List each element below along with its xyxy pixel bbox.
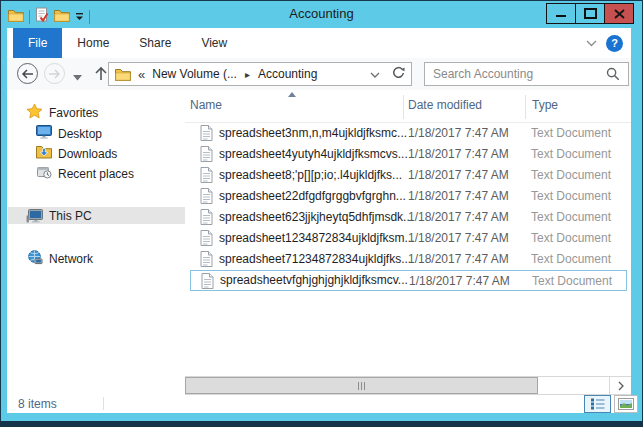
file-type: Text Document [532, 274, 612, 288]
text-document-icon [200, 230, 213, 249]
file-type: Text Document [531, 252, 611, 266]
horizontal-scrollbar[interactable] [185, 376, 631, 395]
file-name: spreadsheetvfghjghjghjkldjfksmcv... [220, 273, 408, 287]
up-button[interactable] [94, 65, 108, 84]
address-box[interactable]: « New Volume (... ▸ Accounting [108, 62, 412, 86]
file-row[interactable]: spreadsheet71234872834ujkldjfks... 1/18/… [190, 249, 627, 270]
breadcrumb-separator-icon[interactable]: ▸ [245, 69, 250, 80]
address-bar-row: « New Volume (... ▸ Accounting [7, 58, 631, 90]
sidebar-item-desktop[interactable]: Desktop [36, 125, 102, 142]
sidebar-item-this-pc[interactable]: This PC [8, 207, 185, 224]
search-input[interactable] [433, 67, 583, 81]
search-icon[interactable] [606, 67, 620, 81]
text-document-icon [200, 125, 213, 144]
text-document-icon [200, 146, 213, 165]
sidebar-item-network[interactable]: Network [26, 250, 93, 267]
sidebar-item-label: Desktop [58, 127, 102, 141]
help-icon: ? [611, 37, 618, 49]
maximize-button[interactable] [575, 3, 605, 24]
scrollbar-grip [358, 382, 359, 390]
address-dropdown-icon[interactable] [370, 67, 380, 81]
column-separator[interactable] [403, 95, 404, 119]
ribbon-tab-bar: File Home Share View ? [7, 28, 631, 58]
tab-file[interactable]: File [13, 28, 62, 58]
minimize-button[interactable] [546, 3, 576, 24]
scrollbar-thumb[interactable] [185, 377, 538, 394]
status-separator [103, 397, 104, 410]
file-date: 1/18/2017 7:47 AM [408, 210, 509, 224]
scrollbar-grip [361, 382, 362, 390]
explorer-window: Accounting File Home Share View ? [0, 0, 643, 427]
star-icon [26, 103, 43, 122]
sidebar-item-label: Favorites [49, 106, 98, 120]
file-row[interactable]: spreadsheet8;'p[][p;io;.l4ujkldjfks... 1… [190, 165, 627, 186]
file-date: 1/18/2017 7:47 AM [409, 274, 510, 288]
file-row-selected[interactable]: spreadsheetvfghjghjghjkldjfksmcv... 1/18… [190, 270, 627, 291]
network-icon [26, 250, 43, 268]
breadcrumb-overflow-icon[interactable]: « [138, 67, 145, 82]
sidebar-item-favorites[interactable]: Favorites [26, 104, 98, 121]
recent-places-icon [36, 165, 52, 182]
tab-share[interactable]: Share [124, 28, 186, 58]
column-separator[interactable] [525, 95, 526, 119]
computer-icon [26, 209, 43, 223]
column-header-row: Name Date modified Type [185, 90, 631, 123]
file-row[interactable]: spreadsheet623jjkjheytq5dhfjmsdk... 1/18… [190, 207, 627, 228]
text-document-icon [201, 273, 214, 292]
sidebar-item-label: This PC [49, 209, 92, 223]
scroll-right-button[interactable] [609, 377, 631, 394]
file-name: spreadsheet623jjkjheytq5dhfjmsdk... [219, 210, 413, 224]
help-button[interactable]: ? [606, 35, 623, 52]
back-button[interactable] [17, 63, 38, 84]
text-document-icon [200, 251, 213, 270]
file-date: 1/18/2017 7:47 AM [408, 231, 509, 245]
file-type: Text Document [531, 126, 611, 140]
file-type: Text Document [531, 168, 611, 182]
close-button[interactable] [604, 3, 634, 24]
column-header-date-modified[interactable]: Date modified [408, 98, 482, 112]
maximize-icon [584, 8, 597, 19]
navigation-pane: Favorites Desktop Downloads Recent place… [7, 90, 185, 395]
text-document-icon [200, 188, 213, 207]
file-type: Text Document [531, 231, 611, 245]
details-view-button[interactable] [584, 395, 611, 413]
file-row[interactable]: spreadsheet22dfgdfgrggbvfgrghn... 1/18/2… [190, 186, 627, 207]
file-row[interactable]: spreadsheet1234872834ujkldjfksm... 1/18/… [190, 228, 627, 249]
breadcrumb-segment[interactable]: New Volume (... [152, 67, 237, 81]
file-row[interactable]: spreadsheet3nm,n,m4ujkldjfksmc... 1/18/2… [190, 123, 627, 144]
close-icon [614, 9, 625, 19]
column-header-type[interactable]: Type [532, 98, 558, 112]
collapse-ribbon-icon[interactable] [586, 36, 597, 50]
forward-button[interactable] [44, 63, 65, 84]
sidebar-item-label: Network [49, 252, 93, 266]
item-count: 8 items [18, 397, 57, 411]
window-bottom-edge [0, 421, 643, 427]
breadcrumb-segment[interactable]: Accounting [258, 67, 317, 81]
file-name: spreadsheet22dfgdfgrggbvfgrghn... [219, 189, 406, 203]
folder-icon [115, 68, 131, 81]
status-bar: 8 items [7, 395, 631, 413]
file-date: 1/18/2017 7:47 AM [408, 189, 509, 203]
sidebar-item-downloads[interactable]: Downloads [36, 145, 117, 162]
sort-ascending-icon [288, 92, 296, 97]
column-header-name[interactable]: Name [190, 98, 222, 112]
file-date: 1/18/2017 7:47 AM [408, 147, 509, 161]
back-icon [21, 69, 34, 79]
refresh-icon[interactable] [392, 66, 405, 82]
sidebar-item-recent-places[interactable]: Recent places [36, 165, 134, 182]
thumbnails-view-button[interactable] [614, 395, 638, 413]
search-box[interactable] [424, 62, 629, 86]
file-name: spreadsheet3nm,n,m4ujkldjfksmc... [219, 126, 407, 140]
tab-home[interactable]: Home [62, 28, 124, 58]
sidebar-item-label: Recent places [58, 167, 134, 181]
chevron-right-icon [618, 381, 624, 391]
sidebar-item-label: Downloads [58, 147, 117, 161]
file-name: spreadsheet71234872834ujkldjfks... [219, 252, 411, 266]
file-type: Text Document [531, 147, 611, 161]
tab-view[interactable]: View [186, 28, 242, 58]
file-row[interactable]: spreadsheet4yutyh4ujkldjfksmcvs... 1/18/… [190, 144, 627, 165]
scrollbar-grip [364, 382, 365, 390]
window-controls [547, 3, 634, 24]
monitor-icon [36, 125, 52, 142]
recent-pages-dropdown-icon[interactable] [73, 70, 82, 84]
